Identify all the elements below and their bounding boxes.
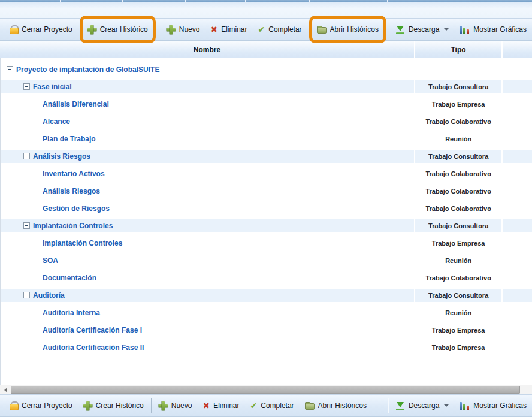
extra-cell bbox=[503, 167, 532, 180]
tree-item-link[interactable]: SOA bbox=[43, 256, 58, 265]
table-row: Implantación ControlesTrabajo Consultora bbox=[1, 217, 532, 234]
delete-x-icon: ✖ bbox=[210, 25, 217, 34]
abrir-historicos-button[interactable]: Abrir Históricos bbox=[300, 397, 371, 415]
nuevo-button[interactable]: Nuevo bbox=[154, 397, 197, 415]
extra-cell bbox=[503, 115, 532, 128]
tree-item-link[interactable]: Gestión de Riesgos bbox=[43, 204, 110, 213]
extra-cell bbox=[503, 98, 532, 111]
tree-item-link[interactable]: Auditoría bbox=[33, 291, 65, 300]
eliminar-button[interactable]: ✖ Eliminar bbox=[198, 397, 244, 415]
descarga-button[interactable]: Descarga bbox=[391, 20, 454, 38]
scroll-left-arrow-icon[interactable] bbox=[1, 387, 10, 393]
nuevo-button[interactable]: Nuevo bbox=[162, 20, 205, 38]
tipo-value: Trabajo Colaborativo bbox=[425, 118, 491, 125]
collapse-minus-icon[interactable] bbox=[23, 153, 30, 159]
tree-item-link[interactable]: Documentación bbox=[43, 274, 96, 282]
extra-cell bbox=[503, 324, 532, 337]
table-row: Inventario ActivosTrabajo Colaborativo bbox=[1, 165, 532, 182]
collapse-minus-icon[interactable] bbox=[23, 222, 30, 229]
folder-icon bbox=[317, 27, 327, 34]
completar-button[interactable]: ✔ Completar bbox=[245, 397, 298, 415]
collapse-minus-icon[interactable] bbox=[23, 83, 30, 90]
tree-item-link[interactable]: Fase inicial bbox=[33, 83, 72, 91]
extra-cell bbox=[503, 289, 532, 302]
table-row: SOAReunión bbox=[1, 252, 532, 269]
completar-button[interactable]: ✔ Completar bbox=[253, 20, 306, 38]
tipo-value: Reunión bbox=[445, 257, 471, 264]
eliminar-button[interactable]: ✖ Eliminar bbox=[205, 20, 252, 38]
descarga-button[interactable]: Descarga bbox=[391, 397, 454, 415]
tree-item-link[interactable]: Implantación Controles bbox=[43, 239, 122, 247]
tipo-value: Trabajo Empresa bbox=[432, 327, 485, 334]
cerrar-proyecto-button[interactable]: Cerrar Proyecto bbox=[4, 397, 77, 415]
table-row: Análisis DiferencialTrabajo Empresa bbox=[1, 95, 532, 113]
mostrar-graficas-button[interactable]: Mostrar Gráficas bbox=[455, 20, 531, 38]
table-row: Gestión de RiesgosTrabajo Colaborativo bbox=[1, 200, 532, 217]
extra-cell bbox=[503, 185, 532, 198]
extra-cell bbox=[503, 219, 532, 232]
tree-item-link[interactable]: Análisis Diferencial bbox=[43, 100, 109, 108]
mostrar-graficas-label: Mostrar Gráficas bbox=[473, 25, 527, 34]
cerrar-proyecto-button[interactable]: Cerrar Proyecto bbox=[4, 20, 77, 38]
tipo-value: Trabajo Colaborativo bbox=[425, 170, 491, 177]
tree-item-link[interactable]: Alcance bbox=[43, 117, 70, 126]
lock-icon bbox=[9, 25, 18, 34]
download-icon bbox=[395, 25, 405, 34]
tree-item-link[interactable]: Implantación Controles bbox=[33, 222, 113, 230]
horizontal-scrollbar[interactable] bbox=[0, 385, 532, 394]
name-cell: Gestión de Riesgos bbox=[1, 202, 414, 215]
tipo-value: Reunión bbox=[445, 135, 471, 143]
name-cell: Fase inicial bbox=[1, 80, 414, 93]
crear-historico-button[interactable]: Crear Histórico bbox=[78, 397, 149, 415]
scrollbar-thumb[interactable] bbox=[11, 386, 520, 394]
abrir-historicos-label: Abrir Históricos bbox=[330, 25, 379, 34]
descarga-label: Descarga bbox=[409, 25, 439, 34]
table-row: AuditoríaTrabajo Consultora bbox=[1, 286, 532, 304]
tipo-value: Trabajo Empresa bbox=[432, 344, 485, 351]
crear-historico-button[interactable]: Crear Histórico bbox=[83, 19, 153, 40]
table-row: Análisis RiesgosTrabajo Consultora bbox=[1, 147, 532, 165]
extra-cell bbox=[503, 341, 532, 354]
tipo-cell: Reunión bbox=[415, 132, 501, 146]
cerrar-proyecto-label: Cerrar Proyecto bbox=[22, 401, 72, 410]
nuevo-label: Nuevo bbox=[171, 401, 192, 410]
name-cell: Análisis Riesgos bbox=[1, 150, 414, 163]
tree-item-link[interactable]: Plan de Trabajo bbox=[43, 135, 96, 143]
tipo-value: Trabajo Consultora bbox=[428, 83, 488, 90]
tree-item-link[interactable]: Inventario Activos bbox=[43, 170, 105, 178]
check-icon: ✔ bbox=[258, 25, 265, 34]
column-header-tipo[interactable]: Tipo bbox=[415, 41, 501, 58]
tree-item-link[interactable]: Auditoría Certificación Fase II bbox=[43, 343, 144, 352]
tipo-cell: Trabajo Consultora bbox=[415, 150, 501, 163]
table-row: Proyecto de implantación de GlobalSUITE bbox=[1, 61, 532, 78]
name-cell: Análisis Riesgos bbox=[1, 185, 414, 198]
tipo-value: Trabajo Colaborativo bbox=[425, 188, 491, 195]
extra-cell bbox=[503, 237, 532, 250]
tipo-value: Trabajo Empresa bbox=[432, 240, 485, 247]
grid-header: Nombre Tipo bbox=[0, 41, 532, 58]
extra-cell bbox=[503, 254, 532, 267]
tree-item-link[interactable]: Auditoría Certificación Fase I bbox=[43, 326, 142, 334]
plus-icon bbox=[167, 25, 176, 34]
download-icon bbox=[395, 401, 405, 410]
eliminar-label: Eliminar bbox=[221, 25, 247, 34]
tipo-cell: Trabajo Consultora bbox=[415, 80, 501, 93]
extra-cell bbox=[503, 306, 532, 319]
column-header-nombre[interactable]: Nombre bbox=[0, 41, 414, 58]
mostrar-graficas-button[interactable]: Mostrar Gráficas bbox=[455, 397, 531, 415]
collapse-minus-icon[interactable] bbox=[7, 66, 13, 72]
tree-item-link[interactable]: Análisis Riesgos bbox=[33, 152, 90, 161]
tree-item-link[interactable]: Auditoría Interna bbox=[43, 309, 100, 317]
tree-item-link[interactable]: Proyecto de implantación de GlobalSUITE bbox=[16, 65, 159, 74]
collapse-minus-icon[interactable] bbox=[23, 292, 30, 298]
toolbar-separator bbox=[151, 398, 152, 413]
tipo-cell: Trabajo Colaborativo bbox=[415, 115, 501, 128]
name-cell: Implantación Controles bbox=[1, 237, 414, 250]
tipo-cell: Trabajo Colaborativo bbox=[415, 185, 501, 198]
abrir-historicos-button[interactable]: Abrir Históricos bbox=[312, 19, 383, 40]
name-cell: Plan de Trabajo bbox=[1, 132, 414, 146]
tree-item-link[interactable]: Análisis Riesgos bbox=[43, 187, 100, 195]
plus-icon bbox=[83, 401, 92, 410]
table-row: Fase inicialTrabajo Consultora bbox=[1, 78, 532, 95]
global-suite-project-window: Cerrar Proyecto Crear Histórico Nuevo ✖ … bbox=[0, 0, 532, 417]
